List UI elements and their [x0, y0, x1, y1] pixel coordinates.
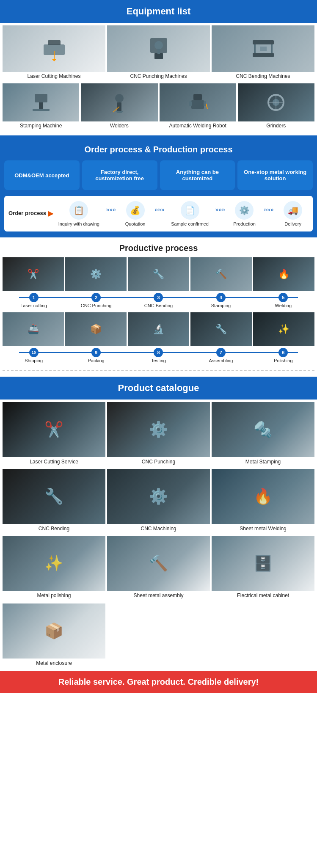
- step-inquiry: 📋 Inquiry with drawing: [58, 201, 99, 226]
- proc-shipping: 🚢: [3, 312, 64, 346]
- cat-cnc-punch-img: ⚙️: [107, 402, 210, 457]
- step-num-5: 5 Welding: [252, 293, 314, 308]
- grinders-icon: [265, 92, 287, 113]
- cat-cabinet-img: 🗄️: [212, 536, 314, 591]
- blue-card-2: Anything can be customized: [160, 160, 235, 190]
- process-steps: 📋 Inquiry with drawing »»» 💰 Quotation »…: [55, 201, 309, 226]
- equip-welding-robot: Automatic Welding Robot: [160, 83, 236, 131]
- cat-cnc-mach-img: ⚙️: [107, 469, 210, 524]
- step-num-3: 3 CNC Bending: [127, 293, 190, 308]
- proc-stamping: 🔨: [190, 257, 252, 291]
- order-section: Order process & Production process ODM&O…: [0, 135, 317, 237]
- cat-stamping-img: 🔩: [212, 402, 314, 457]
- equip-stamping-img: [3, 83, 79, 121]
- svg-marker-16: [115, 111, 124, 113]
- equip-robot-label: Automatic Welding Robot: [160, 121, 236, 131]
- step-name-testing: Testing: [151, 358, 166, 363]
- proc-packing-img: 📦: [65, 312, 127, 346]
- equip-grinders-label: Grinders: [238, 121, 314, 131]
- dashed-separator: [3, 370, 314, 371]
- step-name-shipping: Shipping: [25, 358, 43, 363]
- cat-metal-enclosure: 📦 Metal enclosure: [3, 603, 105, 669]
- proc-cnc-punch: ⚙️: [65, 257, 127, 291]
- step-delivery-label: Delivery: [284, 221, 301, 226]
- equip-welders-img: [81, 83, 157, 121]
- dot-9: 9: [91, 348, 101, 357]
- proc-polishing: ✨: [253, 312, 314, 346]
- equip-cnc-bending-img: [212, 25, 314, 72]
- bottom-banner: Reliable service. Great product. Credibl…: [0, 671, 317, 693]
- equip-laser-cutting: Laser Cutting Machines: [3, 25, 105, 82]
- chevrons-3: »»»: [215, 201, 225, 213]
- cnc-bending-icon: [251, 36, 276, 61]
- equip-welders-label: Welders: [81, 121, 157, 131]
- welders-icon: [109, 92, 130, 113]
- svg-rect-18: [193, 94, 202, 100]
- svg-rect-20: [189, 101, 192, 106]
- step-quotation: 💰 Quotation: [123, 201, 148, 226]
- top-step-grid: 1 Laser cutting 2 CNC Punching 3 CNC Ben…: [3, 293, 314, 308]
- step-num-7: 7 Assembling: [190, 348, 252, 363]
- proc-cnc-punch-img: ⚙️: [65, 257, 127, 291]
- chevrons-4: »»»: [264, 201, 273, 213]
- cat-electrical-cabinet: 🗄️ Electrical metal cabinet: [212, 536, 314, 601]
- stamping-icon: [30, 92, 52, 113]
- dot-5: 5: [278, 293, 288, 302]
- dot-7: 7: [216, 348, 226, 357]
- cat-polishing-label: Metal polishing: [3, 591, 105, 601]
- svg-rect-9: [253, 53, 274, 57]
- cat-cnc-mach-label: CNC Machining: [107, 524, 210, 534]
- step-name-cnc-bend: CNC Bending: [144, 303, 173, 308]
- proc-packing: 📦: [65, 312, 127, 346]
- productive-bottom-images: 🚢 📦 🔬 🔧 ✨: [0, 312, 317, 346]
- blue-card-1: Factory direct, customizetion free: [82, 160, 157, 190]
- cat-cabinet-label: Electrical metal cabinet: [212, 591, 314, 601]
- equip-cnc-punching-img: [107, 25, 210, 72]
- cat-polishing-img: ✨: [3, 536, 105, 591]
- svg-marker-3: [52, 59, 56, 61]
- svg-rect-19: [191, 100, 204, 109]
- cat-laser-img: ✂️: [3, 402, 105, 457]
- equipment-title: Equipment list: [0, 0, 317, 23]
- svg-point-14: [115, 94, 124, 102]
- productive-section: Productive process ✂️ ⚙️ 🔧 🔨 🔥: [0, 237, 317, 377]
- cat-assembly-img: 🔨: [107, 536, 210, 591]
- svg-rect-21: [204, 101, 206, 106]
- cat-cnc-punch-label: CNC Punching: [107, 457, 210, 467]
- cat-stamping-label: Metal Stamping: [212, 457, 314, 467]
- cat-cnc-bend-label: CNC Bending: [3, 524, 105, 534]
- equipment-top-grid: Laser Cutting Machines CNC Punching Mach…: [0, 23, 317, 82]
- cat-cnc-bending: 🔧 CNC Bending: [3, 469, 105, 534]
- cat-cnc-punching: ⚙️ CNC Punching: [107, 402, 210, 467]
- blue-cards-row: ODM&OEM accepted Factory direct, customi…: [4, 160, 313, 190]
- sample-icon: 📄: [181, 201, 199, 220]
- equip-welding-robot-img: [160, 83, 236, 121]
- step-num-1: 1 Laser cutting: [3, 293, 65, 308]
- equipment-bottom-grid: Stamping Machine Welders: [0, 82, 317, 131]
- step-name-assembling: Assembling: [209, 358, 233, 363]
- laser-cutting-icon: [41, 36, 67, 61]
- proc-testing: 🔬: [128, 312, 189, 346]
- step-num-4: 4 Stamping: [190, 293, 252, 308]
- inquiry-icon: 📋: [69, 201, 88, 220]
- catalogue-title: Product catalogue: [0, 377, 317, 400]
- step-name-polishing: Polishing: [274, 358, 293, 363]
- dot-1: 1: [29, 293, 39, 302]
- order-arrow-icon: ▶: [48, 205, 54, 218]
- dot-4: 4: [216, 293, 226, 302]
- proc-polishing-img: ✨: [253, 312, 314, 346]
- dot-8: 8: [154, 348, 163, 357]
- svg-rect-8: [253, 40, 274, 44]
- step-delivery: 🚚 Delivery: [280, 201, 306, 226]
- dot-3: 3: [154, 293, 163, 302]
- top-step-numbers: 1 Laser cutting 2 CNC Punching 3 CNC Ben…: [0, 291, 317, 308]
- equip-cnc-bending: CNC Bending Machines: [212, 25, 314, 82]
- production-icon: ⚙️: [235, 201, 254, 220]
- cat-sheet-assembly: 🔨 Sheet metal assembly: [107, 536, 210, 601]
- cat-metal-stamping: 🔩 Metal Stamping: [212, 402, 314, 467]
- svg-rect-10: [260, 47, 267, 51]
- step-name-cnc-punch: CNC Punching: [81, 303, 112, 308]
- delivery-icon: 🚚: [284, 201, 302, 220]
- bottom-step-grid: 10 Shipping 9 Packing 8 Testing 7 Assemb…: [3, 348, 314, 363]
- cat-cnc-bend-img: 🔧: [3, 469, 105, 524]
